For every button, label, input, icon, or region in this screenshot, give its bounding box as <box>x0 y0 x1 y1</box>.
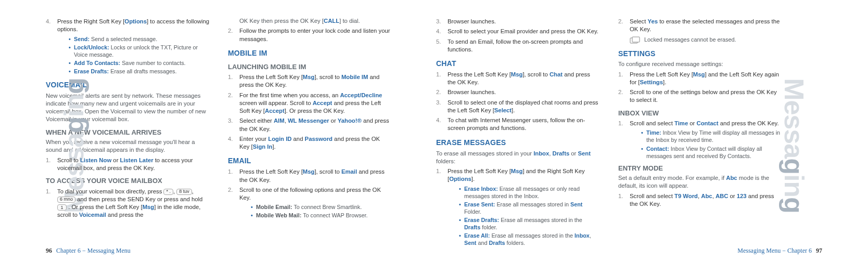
option-lock: Lock/Unlock: Locks or unlock the TXT, Pi… <box>69 44 209 58</box>
column-2: OK Key then press the OK Key [CALL] to d… <box>219 16 401 256</box>
settings-desc: To configure received message settings: <box>618 60 782 68</box>
email-step-4: Scroll to select your Email provider and… <box>436 28 599 35</box>
column-4: Select Yes to erase the selected message… <box>609 16 791 256</box>
erase-messages-heading: ERASE MESSAGES <box>436 138 599 148</box>
inbox-view-heading: INBOX VIEW <box>618 109 782 118</box>
vm-step-listen: Scroll to Listen Now or Listen Later to … <box>46 156 209 173</box>
erase-opt-inbox: Erase Inbox: Erase all messages or only … <box>459 185 599 200</box>
col2-continuation: OK Key then press the OK Key [CALL] to d… <box>228 17 391 25</box>
entry-mode-heading: ENTRY MODE <box>618 164 782 173</box>
column-3: Browser launches. Scroll to select your … <box>427 16 609 256</box>
svg-rect-1 <box>632 37 640 42</box>
keycap-6-icon: 6 mno <box>57 197 75 203</box>
erase-step-2: Select Yes to erase the selected message… <box>618 18 782 34</box>
erase-opt-drafts: Erase Drafts: Erase all messages stored … <box>459 216 599 231</box>
footer-right: Messaging Menu − Chapter 697 <box>737 247 826 255</box>
settings-step-2: Scroll to one of the settings below and … <box>618 88 782 105</box>
email-opt-mobile-email: Mobile Email: To connect Brew Smartlink. <box>251 203 391 211</box>
option-erase-drafts: Erase Drafts: Erase all drafts messages. <box>69 68 209 75</box>
step-4: Press the Right Soft Key [Options] to ac… <box>46 18 209 75</box>
mi-step-4: Enter your Login ID and Password and pre… <box>228 135 391 151</box>
chat-step-1: Press the Left Soft Key [Msg], scroll to… <box>436 71 599 87</box>
keycap-8-icon: 8 tuv <box>176 189 192 195</box>
mi-step-1: Press the Left Soft Key [Msg], scroll to… <box>228 73 391 89</box>
chat-step-2: Browser launches. <box>436 88 599 96</box>
option-add-contacts: Add To Contacts: Save number to contacts… <box>69 59 209 67</box>
email-step-3: Browser launches. <box>436 18 599 25</box>
mi-step-3: Select either AIM, WL Messenger or Yahoo… <box>228 117 391 133</box>
erase-opt-all: Erase All: Erase all messages stored in … <box>459 232 599 246</box>
settings-step-1: Press the Left Soft Key [Msg] and the Le… <box>618 71 782 87</box>
option-send: Send: Send a selected message. <box>69 35 209 43</box>
launching-mobile-im-heading: LAUNCHING MOBILE IM <box>228 62 391 72</box>
chat-step-3: Scroll to select one of the displayed ch… <box>436 99 599 115</box>
erase-messages-desc: To erase all messages stored in your Inb… <box>436 150 599 166</box>
chat-heading: CHAT <box>436 59 599 69</box>
inbox-view-opt-time: Time: Inbox View by Time will display al… <box>641 129 782 143</box>
vm-access-step: To dial your voicemail box directly, pre… <box>46 188 209 219</box>
vm-step-2: Follow the prompts to enter your lock co… <box>228 27 391 43</box>
page-spread: Press the Right Soft Key [Options] to ac… <box>0 0 868 261</box>
erase-opt-sent: Erase Sent: Erase all messages stored in… <box>459 201 599 215</box>
side-label-right: Messaging <box>778 78 810 213</box>
entry-mode-step-1: Scroll and select T9 Word, Abc, ABC or 1… <box>618 192 782 208</box>
email-heading: EMAIL <box>228 156 391 166</box>
email-step-2: Scroll to one of the following options a… <box>228 186 391 219</box>
note-icon <box>630 36 641 44</box>
entry-mode-desc: Set a default entry mode. For example, i… <box>618 174 782 190</box>
email-step-5: To send an Email, follow the on-screen p… <box>436 38 599 54</box>
erase-step-1: Press the Left Soft Key [Msg] and the Ri… <box>436 167 599 246</box>
keycap-star-icon: * . <box>163 189 173 195</box>
chat-step-4: To chat with Internet Messenger users, f… <box>436 116 599 133</box>
settings-heading: SETTINGS <box>618 49 782 59</box>
keycap-1-icon: 1 <box>57 204 67 211</box>
inbox-view-opt-contact: Contact: Inbox View by Contact will disp… <box>641 145 782 160</box>
email-opt-mobile-web: Mobile Web Mail: To connect WAP Browser. <box>251 212 391 219</box>
note-locked-messages: Locked messages cannot be erased. <box>630 36 782 44</box>
footer-left: 96Chapter 6 − Messaging Menu <box>42 247 131 255</box>
inbox-view-step-1: Scroll and select Time or Contact and pr… <box>618 120 782 159</box>
mobile-im-heading: MOBILE IM <box>228 48 391 58</box>
mi-step-2: For the first time when you access, an A… <box>228 92 391 115</box>
email-step-1: Press the Left Soft Key [Msg], scroll to… <box>228 168 391 184</box>
